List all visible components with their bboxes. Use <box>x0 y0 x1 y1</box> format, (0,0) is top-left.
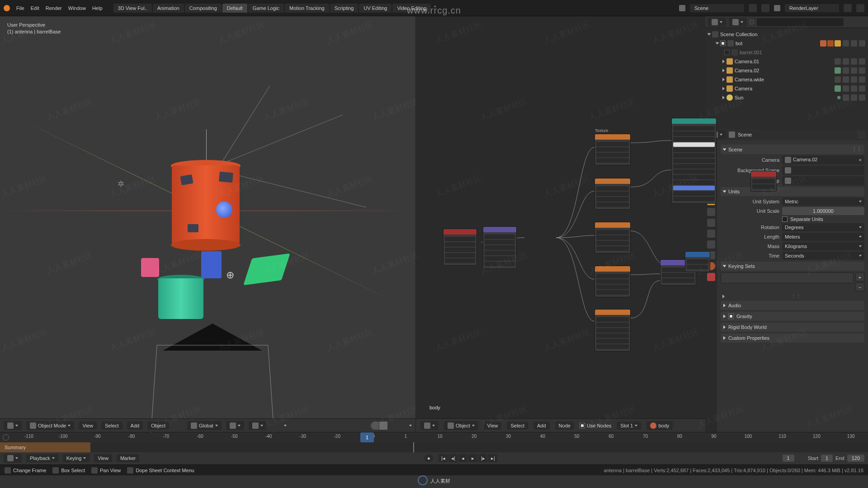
end-frame-input[interactable]: 120 <box>847 455 864 462</box>
tab-animation[interactable]: Animation <box>153 4 184 13</box>
bgscene-field[interactable] <box>782 166 864 175</box>
tree-camera01[interactable]: Camera.01 <box>708 57 865 66</box>
node-editor-type[interactable] <box>420 421 439 430</box>
editor-type-selector[interactable] <box>4 421 22 430</box>
clear-icon[interactable]: × <box>859 157 862 163</box>
xray-icon[interactable] <box>358 422 366 430</box>
menu-render[interactable]: Render <box>46 5 62 11</box>
filter-icon[interactable] <box>846 18 854 26</box>
activeclip-field[interactable] <box>782 176 864 185</box>
scene-new-icon[interactable] <box>749 4 757 12</box>
menu-file[interactable]: File <box>16 5 24 11</box>
node-imgtex-3[interactable] <box>594 222 631 253</box>
menu-window[interactable]: Window <box>68 5 86 11</box>
camera-field[interactable]: Camera.02× <box>782 155 864 164</box>
gizmos-icon[interactable] <box>333 422 341 430</box>
node-editor[interactable]: Texture body Object View Select Add Node… <box>416 16 705 432</box>
tab-video[interactable]: Video Editing <box>392 4 431 13</box>
tab-default[interactable]: Default <box>222 4 247 13</box>
tab-physics[interactable] <box>707 230 715 238</box>
renderlayer-new-icon[interactable] <box>844 4 852 12</box>
timeline-ruler[interactable]: -110-100-90-80-70-60-50-40-30-20-1011020… <box>0 432 868 442</box>
add-workspace-button[interactable]: + <box>434 4 436 13</box>
keying-list[interactable] <box>721 272 854 283</box>
overlays-icon[interactable] <box>345 422 354 430</box>
orientation-selector[interactable]: Global <box>187 421 222 430</box>
node-imgtex-4[interactable] <box>594 266 631 297</box>
panel-audio[interactable]: Audio <box>721 301 864 310</box>
tree-camera02[interactable]: Camera.02 <box>708 66 865 75</box>
3d-viewport[interactable]: User Perspective (1) antenna | barrelBas… <box>0 16 416 432</box>
node-menu-node[interactable]: Node <box>555 422 574 430</box>
pin-icon[interactable] <box>857 131 865 139</box>
node-imgtex-5[interactable] <box>594 309 631 352</box>
start-frame-input[interactable]: 1 <box>821 455 833 462</box>
proportional-edit-icon[interactable] <box>271 422 279 430</box>
keyframe-prev-icon[interactable]: ◂| <box>448 454 458 462</box>
search-icon[interactable] <box>3 434 9 441</box>
preview-range-icon[interactable] <box>797 454 805 462</box>
tree-bot[interactable]: bot <box>708 39 865 48</box>
gravity-checkbox[interactable] <box>728 314 734 319</box>
renderlayer-delete-icon[interactable] <box>856 4 864 12</box>
shading-lookdev-icon[interactable] <box>388 422 396 430</box>
play-reverse-icon[interactable]: ◂ <box>458 454 467 462</box>
outliner-type[interactable] <box>708 18 726 27</box>
menu-help[interactable]: Help <box>92 5 103 11</box>
tree-camerawide[interactable]: Camera.wide <box>708 75 865 84</box>
panel-keying[interactable]: Keying Sets <box>721 262 864 271</box>
panel-custom[interactable]: Custom Properties <box>721 333 864 343</box>
separate-units-checkbox[interactable] <box>782 216 788 222</box>
autokey-icon[interactable]: ● <box>424 454 433 462</box>
shading-render-icon[interactable] <box>396 422 405 430</box>
scene-selector[interactable]: Scene <box>690 4 744 12</box>
tab-particles[interactable] <box>707 219 715 227</box>
vp-menu-add[interactable]: Add <box>127 422 143 430</box>
tab-compositing[interactable]: Compositing <box>185 4 222 13</box>
timeline-editor-type[interactable] <box>4 454 22 463</box>
panel-units[interactable]: Units <box>721 187 864 196</box>
tab-constraints[interactable] <box>707 240 715 249</box>
summary-channel[interactable]: Summary <box>0 442 90 452</box>
node-texcoord[interactable] <box>443 229 477 266</box>
mode-selector[interactable]: Object Mode <box>26 421 74 430</box>
panel-gravity[interactable]: Gravity <box>721 312 864 321</box>
mass-select[interactable]: Kilograms <box>782 242 864 250</box>
scene-delete-icon[interactable] <box>761 4 769 12</box>
tl-menu-view[interactable]: View <box>94 454 112 462</box>
node-principled[interactable] <box>671 118 717 204</box>
tab-modifiers[interactable] <box>707 208 715 216</box>
node-imgtex-2[interactable] <box>594 178 631 210</box>
outliner-search-input[interactable] <box>757 18 844 26</box>
unit-scale-input[interactable]: 1.000000 <box>782 207 864 215</box>
tree-camera[interactable]: Camera <box>708 84 865 93</box>
node-imgtex-1[interactable] <box>594 134 631 165</box>
current-frame-input[interactable]: 1 <box>783 455 794 462</box>
jump-start-icon[interactable]: |◂ <box>439 454 448 462</box>
panel-scene[interactable]: Scene⋮⋮ <box>721 145 864 154</box>
outliner-display[interactable] <box>729 18 747 27</box>
node-menu-add[interactable]: Add <box>533 422 550 430</box>
keying-remove-button[interactable]: − <box>855 282 864 291</box>
node-menu-view[interactable]: View <box>484 422 502 430</box>
new-collection-icon[interactable] <box>857 18 865 26</box>
play-icon[interactable]: ▸ <box>468 454 477 462</box>
renderlayer-selector[interactable]: RenderLayer <box>785 4 839 12</box>
tab-3dview[interactable]: 3D View Ful.. <box>113 4 152 13</box>
keyframe-next-icon[interactable]: |▸ <box>478 454 487 462</box>
rotation-select[interactable]: Degrees <box>782 223 864 231</box>
tl-menu-keying[interactable]: Keying <box>63 454 90 462</box>
node-mapping[interactable] <box>483 226 517 269</box>
chevron-down-icon[interactable] <box>284 425 287 427</box>
panel-rigidbody[interactable]: Rigid Body World <box>721 323 864 332</box>
node-output[interactable] <box>750 171 777 192</box>
tree-sun[interactable]: Sun✲ <box>708 93 865 102</box>
length-select[interactable]: Meters <box>782 233 864 241</box>
tl-menu-playback[interactable]: Playback <box>26 454 58 462</box>
vp-menu-object[interactable]: Object <box>147 422 169 430</box>
time-select[interactable]: Seconds <box>782 252 864 260</box>
node-menu-select[interactable]: Select <box>507 422 528 430</box>
unit-system-select[interactable]: Metric <box>782 197 864 206</box>
use-nodes-checkbox[interactable]: Use Nodes <box>580 423 611 428</box>
node-bump[interactable] <box>685 251 710 272</box>
